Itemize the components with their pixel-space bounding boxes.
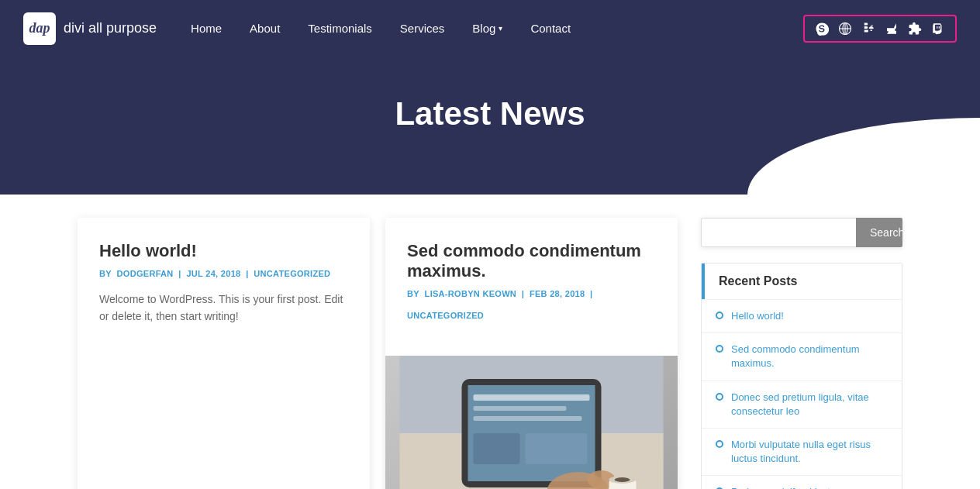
post-2-by: BY [407, 289, 419, 298]
recent-post-item-3[interactable]: Donec sed pretium ligula, vitae consecte… [702, 381, 902, 428]
post-2-meta: BY LISA-ROBYN KEOWN | FEB 28, 2018 | [407, 289, 656, 298]
svg-rect-12 [526, 433, 588, 464]
post-1-by: BY [99, 269, 112, 278]
post-card-1: Hello world! BY DODGERFAN | JUL 24, 2018… [78, 218, 370, 489]
svg-rect-9 [474, 406, 567, 411]
post-1-meta: BY DODGERFAN | JUL 24, 2018 | UNCATEGORI… [99, 269, 348, 278]
recent-posts-box: Recent Posts Hello world! Sed commodo co… [701, 263, 902, 489]
svg-rect-8 [474, 394, 590, 401]
post-2-category[interactable]: UNCATEGORIZED [407, 311, 484, 320]
post-card-2: Sed commodo condimentum maximus. BY LISA… [385, 218, 678, 489]
search-button[interactable]: Search [856, 218, 902, 247]
twitch-icon[interactable] [930, 21, 946, 36]
post-1-category[interactable]: UNCATEGORIZED [254, 269, 330, 278]
nav-services[interactable]: Services [389, 22, 456, 35]
post-card-2-inner: Sed commodo condimentum maximus. BY LISA… [385, 218, 678, 356]
nav-blog[interactable]: Blog ▾ [461, 22, 513, 35]
svg-rect-10 [474, 416, 582, 421]
post-2-category-line: UNCATEGORIZED [407, 311, 656, 320]
search-box: Search [701, 218, 902, 247]
recent-post-item-4[interactable]: Morbi vulputate nulla eget risus luctus … [702, 428, 902, 475]
hero-section: Latest News [0, 57, 980, 195]
puzzle-icon[interactable] [907, 21, 923, 36]
recent-post-item-1[interactable]: Hello world! [702, 299, 902, 332]
post-2-title[interactable]: Sed commodo condimentum maximus. [407, 241, 656, 281]
recent-post-dot-4 [716, 440, 723, 448]
post-2-author[interactable]: LISA-ROBYN KEOWN [425, 289, 516, 298]
post-2-date: FEB 28, 2018 [530, 289, 585, 298]
recent-post-item-5[interactable]: Proin nec eleifend lectus [702, 475, 902, 489]
post-1-author[interactable]: DODGERFAN [117, 269, 174, 278]
search-input[interactable] [701, 218, 856, 247]
nav-home[interactable]: Home [180, 22, 233, 35]
logo-text: divi all purpose [64, 20, 157, 36]
recent-post-item-2[interactable]: Sed commodo condimentum maximus. [702, 332, 902, 380]
post-2-image [385, 356, 678, 489]
behance-icon[interactable] [861, 21, 876, 36]
nav-testimonials[interactable]: Testimonials [297, 22, 383, 35]
post-card-1-inner: Hello world! BY DODGERFAN | JUL 24, 2018… [78, 218, 370, 349]
post-1-title[interactable]: Hello world! [99, 241, 348, 261]
post-1-date: JUL 24, 2018 [186, 269, 240, 278]
svg-rect-11 [474, 433, 520, 464]
skype-icon[interactable] [814, 21, 830, 36]
page-title: Latest News [16, 95, 964, 133]
deviantart-icon[interactable] [884, 21, 899, 36]
nav-about[interactable]: About [239, 22, 291, 35]
recent-post-dot-1 [716, 312, 723, 319]
chevron-down-icon: ▾ [499, 24, 502, 33]
site-header: dap divi all purpose Home About Testimon… [0, 0, 980, 57]
globe-icon[interactable] [837, 21, 853, 36]
recent-post-dot-3 [716, 393, 723, 401]
svg-point-17 [615, 477, 630, 482]
site-logo[interactable]: dap divi all purpose [23, 12, 157, 45]
posts-area: Hello world! BY DODGERFAN | JUL 24, 2018… [78, 218, 678, 489]
logo-initials: dap [23, 12, 56, 45]
nav-contact[interactable]: Contact [519, 22, 581, 35]
recent-posts-header: Recent Posts [702, 263, 902, 299]
recent-post-dot-2 [716, 345, 723, 353]
sidebar: Search Recent Posts Hello world! Sed com… [701, 218, 902, 489]
main-nav: Home About Testimonials Services Blog ▾ … [180, 22, 803, 35]
main-content: Hello world! BY DODGERFAN | JUL 24, 2018… [0, 195, 980, 489]
post-1-excerpt: Welcome to WordPress. This is your first… [99, 291, 348, 325]
social-icons-container [803, 15, 957, 43]
